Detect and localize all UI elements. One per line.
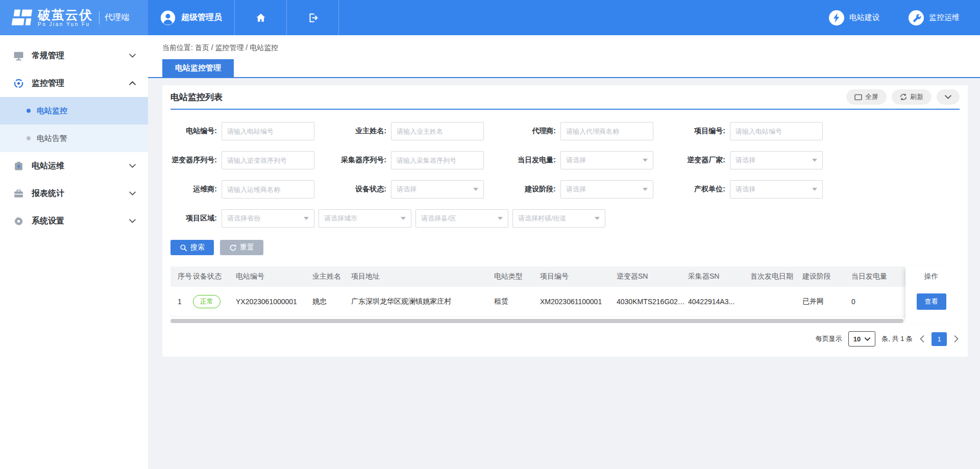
sidebar-item-monitor-mgmt[interactable]: 监控管理 (0, 69, 148, 97)
chevron-down-icon (129, 219, 136, 223)
sidebar-item-regular-mgmt[interactable]: 常规管理 (0, 42, 148, 69)
logo-text: 破茧云伏 Po Jian Yun Fu (38, 8, 93, 28)
sidebar-item-report-stats[interactable]: 报表统计 (0, 180, 148, 207)
sidebar-subitem-station-alarm[interactable]: 电站告警 (0, 125, 148, 152)
select-placeholder: 请选择 (566, 156, 643, 165)
cell-inverter-sn: 4030KMTS216G0213... (617, 298, 688, 306)
monitoring-ops-button[interactable]: 监控运维 (909, 10, 960, 26)
main-area: 当前位置: 首页 / 监控管理 / 电站监控 电站监控管理 电站监控列表 (148, 35, 980, 469)
horizontal-scrollbar[interactable] (170, 319, 903, 323)
sidebar-item-label: 监控管理 (32, 78, 64, 89)
city-select[interactable]: 请选择城市 (318, 209, 411, 228)
filter-label: 建设阶段: (509, 185, 560, 194)
col-type: 电站类型 (494, 272, 540, 281)
fullscreen-label: 全屏 (865, 92, 878, 102)
panel-toolbar: 全屏 刷新 (846, 89, 960, 105)
sidebar-item-label: 系统设置 (32, 216, 64, 227)
collapse-panel-button[interactable] (937, 89, 960, 105)
build-stage-select[interactable]: 请选择 (560, 180, 653, 199)
inverter-maker-select[interactable]: 请选择 (730, 151, 823, 169)
owner-name-input[interactable] (391, 122, 484, 140)
ops-provider-input[interactable] (222, 180, 314, 199)
sidebar-item-station-ops[interactable]: 电站运维 (0, 152, 148, 180)
filter-label: 当日发电量: (509, 156, 560, 165)
search-label: 搜索 (190, 243, 205, 252)
collector-sn-input[interactable] (391, 151, 484, 169)
home-button[interactable] (235, 0, 287, 35)
station-construction-button[interactable]: 电站建设 (829, 10, 880, 26)
cell-station-no: YX2023061000001 (236, 298, 312, 306)
cell-address: 广东深圳龙华区观澜镇姚家庄村 (351, 297, 494, 306)
caret-down-icon (812, 188, 817, 191)
pagination: 每页显示 10 条, 共 1 条 1 (170, 331, 960, 347)
town-select[interactable]: 请选择村镇/街道 (512, 209, 605, 228)
select-placeholder: 请选择 (736, 156, 812, 165)
chevron-down-icon (129, 164, 136, 168)
fullscreen-icon (854, 94, 862, 101)
search-icon (180, 244, 187, 252)
filter-label: 采集器序列号: (340, 156, 391, 165)
col-daily-gen: 当日发电量 (851, 272, 905, 281)
station-no-input[interactable] (222, 122, 314, 140)
view-button[interactable]: 查看 (917, 293, 946, 310)
breadcrumb-item-monitor-mgmt[interactable]: 监控管理 (215, 43, 243, 52)
per-page-select[interactable]: 10 (848, 331, 875, 347)
project-no-input[interactable] (730, 122, 823, 140)
reset-icon (229, 244, 237, 252)
home-icon (255, 12, 266, 23)
refresh-button[interactable]: 刷新 (892, 89, 932, 105)
page-number-current[interactable]: 1 (932, 332, 947, 346)
filter-row: 电站编号: 业主姓名: 代理商: 项目编号: (170, 122, 960, 140)
briefcase-icon (13, 188, 24, 199)
filter-form: 电站编号: 业主姓名: 代理商: 项目编号: (170, 122, 960, 228)
topbar-actions: 电站建设 监控运维 (829, 0, 980, 35)
status-badge: 正常 (193, 295, 220, 308)
tab-station-monitor-mgmt[interactable]: 电站监控管理 (162, 59, 234, 77)
chevron-up-icon (129, 81, 136, 85)
device-status-select[interactable]: 请选择 (391, 180, 484, 199)
county-select[interactable]: 请选择县/区 (415, 209, 508, 228)
user-avatar-icon (160, 10, 176, 26)
next-page-button[interactable] (953, 334, 960, 343)
fullscreen-button[interactable]: 全屏 (846, 89, 887, 105)
panel-header: 电站监控列表 全屏 (170, 85, 960, 110)
sidebar-submenu-monitor-mgmt: 电站监控 电站告警 (0, 97, 148, 152)
col-project-no: 项目编号 (540, 272, 617, 281)
logout-icon (307, 12, 318, 23)
cell-stage: 已并网 (802, 297, 851, 306)
caret-down-icon (304, 217, 309, 220)
content-area: 电站监控列表 全屏 (148, 78, 980, 357)
breadcrumb-item-home[interactable]: 首页 (195, 43, 209, 52)
table-row: 1 正常 YX2023061000001 姚忠 广东深圳龙华区观澜镇姚家庄村 租… (170, 287, 905, 316)
filter-label: 逆变器序列号: (170, 156, 222, 165)
sidebar-item-system-settings[interactable]: 系统设置 (0, 207, 148, 235)
prev-page-button[interactable] (919, 334, 925, 343)
refresh-label: 刷新 (910, 92, 923, 102)
province-select[interactable]: 请选择省份 (222, 209, 314, 228)
logo-edition-label: 代理端 (105, 12, 129, 23)
logout-button[interactable] (287, 0, 339, 35)
breadcrumb: 当前位置: 首页 / 监控管理 / 电站监控 (148, 35, 980, 53)
filter-ops-provider: 运维商: (170, 180, 340, 199)
daily-generation-select[interactable]: 请选择 (560, 151, 653, 169)
reset-button[interactable]: 重置 (220, 240, 263, 255)
search-button[interactable]: 搜索 (170, 240, 214, 255)
app: 破茧云伏 Po Jian Yun Fu 代理端 超级管理员 (0, 0, 980, 469)
inverter-sn-input[interactable] (222, 151, 314, 169)
bullet-dot-icon (27, 136, 31, 140)
agent-input[interactable] (560, 122, 653, 140)
user-menu[interactable]: 超级管理员 (148, 0, 235, 35)
col-inverter-sn: 逆变器SN (617, 272, 688, 281)
network-icon (13, 78, 24, 89)
select-placeholder: 请选择 (566, 185, 643, 194)
total-count-label: 条, 共 1 条 (881, 334, 913, 343)
col-collector-sn: 采集器SN (688, 272, 750, 281)
filter-actions: 搜索 重置 (170, 240, 960, 255)
property-unit-select[interactable]: 请选择 (730, 180, 823, 199)
cell-owner: 姚忠 (312, 297, 351, 306)
sidebar-subitem-station-monitor[interactable]: 电站监控 (0, 97, 148, 125)
logo-subtitle: Po Jian Yun Fu (38, 21, 93, 28)
logo: 破茧云伏 Po Jian Yun Fu 代理端 (0, 0, 148, 35)
filter-label: 逆变器厂家: (679, 156, 730, 165)
sidebar-subitem-label: 电站监控 (37, 106, 67, 116)
